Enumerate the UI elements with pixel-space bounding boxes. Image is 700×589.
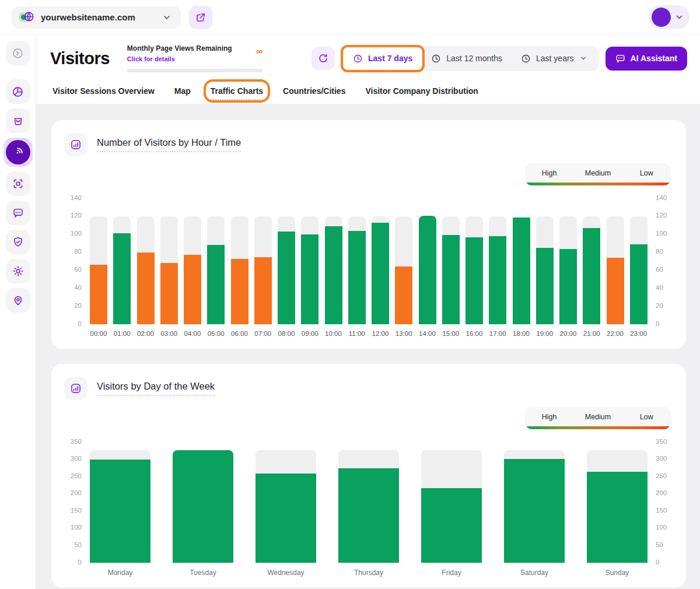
bar-05-00[interactable]: 05:00: [207, 216, 225, 338]
bar-track: [630, 216, 648, 324]
content-area: Number of Visitors by Hour / Time HighMe…: [36, 104, 700, 589]
open-website-button[interactable]: [189, 6, 212, 29]
x-label: 21:00: [583, 324, 600, 338]
x-label: 09:00: [302, 324, 318, 338]
bar-chart-icon: [64, 377, 88, 400]
x-label: 22:00: [607, 324, 624, 338]
y-axis-right: 350300250200150100500: [651, 442, 671, 563]
refresh-button[interactable]: [312, 47, 335, 70]
quota-details-link[interactable]: Click for details: [127, 55, 175, 62]
x-label: 10:00: [325, 324, 342, 338]
bar-11-00[interactable]: 11:00: [348, 216, 366, 338]
sidebar-item-dashboard[interactable]: [6, 79, 30, 104]
tab-map[interactable]: Map: [174, 86, 191, 96]
bar-track: [587, 450, 648, 562]
external-link-icon: [195, 12, 206, 23]
y-tick: 350: [71, 439, 82, 446]
filter-label: Last years: [536, 54, 574, 63]
tab-visitor-sessions-overview[interactable]: Visitor Sessions Overview: [52, 86, 155, 96]
bar-tuesday[interactable]: Tuesday: [173, 450, 233, 577]
y-tick: 300: [656, 455, 667, 462]
y-tick: 140: [71, 195, 82, 202]
bar-track: [607, 216, 624, 324]
y-tick: 350: [656, 439, 667, 446]
bar-monday[interactable]: Monday: [90, 450, 150, 577]
bar-saturday[interactable]: Saturday: [504, 450, 565, 577]
bar-fill: [442, 235, 460, 324]
bar-chart-icon: [64, 133, 88, 156]
bar-09-00[interactable]: 09:00: [301, 216, 318, 338]
bar-20-00[interactable]: 20:00: [559, 216, 577, 338]
bar-22-00[interactable]: 22:00: [607, 216, 624, 338]
bar-04-00[interactable]: 04:00: [184, 216, 201, 338]
visitors-radar-icon: [6, 140, 30, 164]
bar-track: [173, 450, 233, 562]
bar-fill: [90, 460, 150, 562]
sidebar-item-orders[interactable]: [6, 108, 30, 133]
bar-21-00[interactable]: 21:00: [583, 216, 600, 338]
y-tick: 40: [656, 285, 663, 292]
bar-fill: [607, 258, 624, 324]
sidebar-item-security[interactable]: [6, 230, 30, 254]
bar-thursday[interactable]: Thursday: [338, 450, 399, 577]
x-label: 13:00: [396, 324, 412, 338]
tab-visitor-company-distribution[interactable]: Visitor Company Distribution: [365, 86, 478, 96]
filter-last-years[interactable]: Last years: [512, 48, 596, 69]
sidebar-item-visitors[interactable]: [4, 138, 33, 167]
sidebar-item-capture[interactable]: [6, 171, 30, 196]
chart-title: Number of Visitors by Hour / Time: [97, 137, 241, 152]
filter-label: Last 12 months: [446, 54, 502, 63]
bar-track: [583, 216, 600, 324]
filter-last-7-days[interactable]: Last 7 days: [344, 48, 421, 69]
sidebar-item-collapse[interactable]: [6, 41, 30, 65]
bar-10-00[interactable]: 10:00: [325, 216, 342, 338]
sidebar-item-settings[interactable]: [6, 259, 30, 283]
bar-23-00[interactable]: 23:00: [630, 216, 648, 338]
x-label: 01:00: [114, 324, 131, 338]
bar-16-00[interactable]: 16:00: [466, 216, 483, 338]
bar-15-00[interactable]: 15:00: [442, 216, 460, 338]
ai-assistant-button[interactable]: AI Assistant: [606, 47, 687, 71]
quota-progress-bar: [127, 69, 262, 72]
bar-03-00[interactable]: 03:00: [160, 216, 178, 338]
bar-07-00[interactable]: 07:00: [254, 216, 272, 338]
bar-17-00[interactable]: 17:00: [489, 216, 506, 338]
bar-00-00[interactable]: 00:00: [90, 216, 107, 338]
bar-track: [325, 216, 342, 324]
bar-fill: [466, 237, 483, 325]
filter-last-12-months[interactable]: Last 12 months: [422, 48, 511, 69]
tab-label: Traffic Charts: [211, 86, 263, 100]
bar-18-00[interactable]: 18:00: [513, 216, 530, 338]
bar-friday[interactable]: Friday: [421, 450, 482, 577]
sidebar-item-location[interactable]: [6, 288, 30, 313]
x-label: Tuesday: [190, 563, 216, 577]
legend-label-low: Low: [622, 169, 671, 177]
filter-group: Last 7 daysLast 12 monthsLast years: [342, 46, 598, 71]
bar-02-00[interactable]: 02:00: [137, 216, 155, 338]
x-label: 17:00: [489, 324, 506, 338]
tab-traffic-charts[interactable]: Traffic Charts: [211, 86, 263, 96]
sidebar-item-chat[interactable]: [6, 201, 30, 225]
bar-06-00[interactable]: 06:00: [231, 216, 249, 338]
website-favicon-icon: [19, 11, 34, 24]
bar-01-00[interactable]: 01:00: [113, 216, 131, 338]
bar-track: [504, 450, 565, 562]
bar-sunday[interactable]: Sunday: [587, 450, 648, 577]
x-label: 03:00: [160, 324, 177, 338]
bar-12-00[interactable]: 12:00: [372, 216, 389, 338]
bar-14-00[interactable]: 14:00: [419, 216, 436, 338]
bar-19-00[interactable]: 19:00: [536, 216, 554, 338]
bar-wednesday[interactable]: Wednesday: [256, 450, 316, 577]
bar-fill: [173, 450, 233, 562]
bar-13-00[interactable]: 13:00: [395, 216, 412, 338]
hour-chart: 14012010080604020000:0001:0002:0003:0004…: [63, 187, 674, 343]
y-tick: 0: [656, 559, 659, 566]
y-tick: 60: [656, 267, 663, 274]
user-menu[interactable]: [649, 5, 690, 29]
bar-fill: [90, 265, 107, 324]
tab-countries-cities[interactable]: Countries/Cities: [283, 86, 345, 96]
y-tick: 300: [71, 455, 82, 462]
website-selector[interactable]: yourwebsitename.com: [12, 6, 181, 29]
bar-08-00[interactable]: 08:00: [278, 216, 295, 338]
bar-fill: [113, 233, 131, 324]
